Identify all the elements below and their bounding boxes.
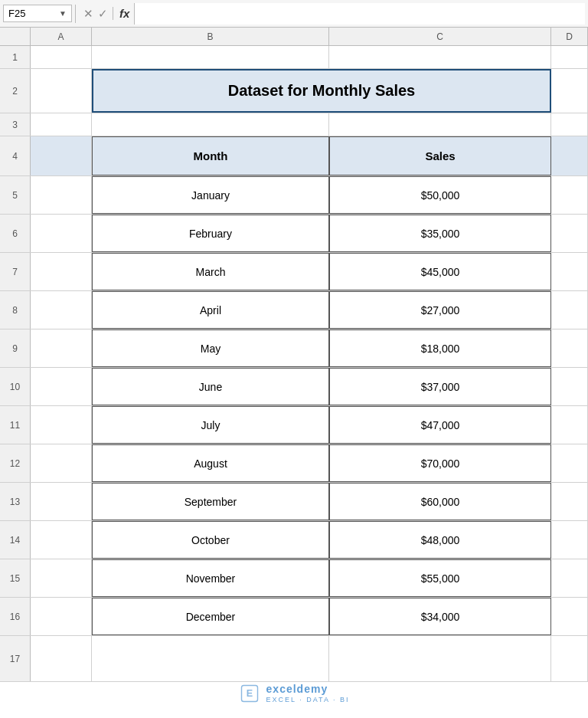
cell-a2[interactable]: [31, 69, 92, 113]
exceldemy-logo-icon: E: [239, 683, 260, 704]
cancel-icon[interactable]: ✕: [83, 7, 93, 21]
cell-a10[interactable]: [31, 368, 92, 405]
cell-d11[interactable]: [551, 406, 588, 444]
col-header-c[interactable]: C: [329, 28, 551, 45]
row-number: 7: [0, 253, 31, 290]
formula-bar: F25 ▼ ✕ ✓ fx: [0, 0, 588, 28]
cell-sales-8[interactable]: $60,000: [329, 483, 551, 520]
cell-a7[interactable]: [31, 253, 92, 290]
formula-input[interactable]: [134, 3, 585, 25]
table-row: 11 July $47,000: [0, 406, 588, 444]
cell-c3[interactable]: [329, 113, 551, 136]
cell-month-4[interactable]: May: [92, 329, 329, 367]
cell-d7[interactable]: [551, 253, 588, 290]
cell-month-1[interactable]: February: [92, 215, 329, 252]
row-number: 15: [0, 559, 31, 597]
table-row: 1: [0, 46, 588, 69]
cell-d8[interactable]: [551, 291, 588, 329]
cell-d1[interactable]: [551, 46, 588, 68]
cell-a9[interactable]: [31, 329, 92, 367]
cell-sales-0[interactable]: $50,000: [329, 176, 551, 214]
cell-a15[interactable]: [31, 559, 92, 597]
cell-month-6[interactable]: July: [92, 406, 329, 444]
cell-a16[interactable]: [31, 598, 92, 635]
sales-header: Sales: [329, 136, 551, 175]
cell-d17[interactable]: [551, 636, 588, 681]
table-row: 6 February $35,000: [0, 215, 588, 253]
cell-d9[interactable]: [551, 329, 588, 367]
table-row: 7 March $45,000: [0, 253, 588, 291]
row-number: 9: [0, 329, 31, 367]
row-number: 12: [0, 444, 31, 482]
table-row: 15 November $55,000: [0, 559, 588, 598]
cell-a17[interactable]: [31, 636, 92, 681]
row-number: 4: [0, 136, 31, 175]
cell-d14[interactable]: [551, 521, 588, 559]
cell-a5[interactable]: [31, 176, 92, 214]
cell-sales-5[interactable]: $37,000: [329, 368, 551, 405]
col-header-b[interactable]: B: [92, 28, 329, 45]
table-header-row: 4 Month Sales: [0, 136, 588, 176]
cell-sales-10[interactable]: $55,000: [329, 559, 551, 597]
cell-d10[interactable]: [551, 368, 588, 405]
cell-d6[interactable]: [551, 215, 588, 252]
cell-c17[interactable]: [329, 636, 551, 681]
cell-d4[interactable]: [551, 136, 588, 175]
cell-month-8[interactable]: September: [92, 483, 329, 520]
row-number: 16: [0, 598, 31, 635]
cell-d2[interactable]: [551, 69, 588, 113]
cell-d3[interactable]: [551, 113, 588, 136]
cell-a1[interactable]: [31, 46, 92, 68]
cell-month-9[interactable]: October: [92, 521, 329, 559]
table-row: 8 April $27,000: [0, 291, 588, 329]
svg-text:E: E: [246, 688, 252, 699]
cell-a3[interactable]: [31, 113, 92, 136]
month-header: Month: [92, 136, 329, 175]
cell-sales-9[interactable]: $48,000: [329, 521, 551, 559]
col-header-a[interactable]: A: [31, 28, 92, 45]
cell-sales-7[interactable]: $70,000: [329, 444, 551, 482]
cell-a13[interactable]: [31, 483, 92, 520]
row-number: 11: [0, 406, 31, 444]
cell-b3[interactable]: [92, 113, 329, 136]
cell-month-11[interactable]: December: [92, 598, 329, 635]
row-number: 3: [0, 113, 31, 136]
watermark: E exceldemy EXCEL · DATA · BI: [0, 683, 588, 704]
table-row: 9 May $18,000: [0, 329, 588, 368]
cell-b17[interactable]: [92, 636, 329, 681]
cell-a8[interactable]: [31, 291, 92, 329]
cell-c1[interactable]: [329, 46, 551, 68]
row-number: 2: [0, 69, 31, 113]
cell-sales-1[interactable]: $35,000: [329, 215, 551, 252]
cell-month-2[interactable]: March: [92, 253, 329, 290]
row-number: 1: [0, 46, 31, 68]
table-row: 3: [0, 113, 588, 136]
cell-month-7[interactable]: August: [92, 444, 329, 482]
confirm-icon[interactable]: ✓: [98, 7, 108, 21]
function-icon[interactable]: fx: [113, 7, 129, 20]
cell-reference-box[interactable]: F25 ▼: [3, 5, 72, 22]
cell-a12[interactable]: [31, 444, 92, 482]
cell-month-10[interactable]: November: [92, 559, 329, 597]
cell-sales-11[interactable]: $34,000: [329, 598, 551, 635]
col-header-d[interactable]: D: [551, 28, 588, 45]
cell-d16[interactable]: [551, 598, 588, 635]
cell-month-3[interactable]: April: [92, 291, 329, 329]
cell-sales-3[interactable]: $27,000: [329, 291, 551, 329]
cell-month-0[interactable]: January: [92, 176, 329, 214]
cell-b1[interactable]: [92, 46, 329, 68]
cell-sales-6[interactable]: $47,000: [329, 406, 551, 444]
cell-a11[interactable]: [31, 406, 92, 444]
cell-sales-2[interactable]: $45,000: [329, 253, 551, 290]
cell-sales-4[interactable]: $18,000: [329, 329, 551, 367]
formula-icons-group: ✕ ✓ fx: [79, 7, 134, 21]
cell-a6[interactable]: [31, 215, 92, 252]
cell-month-5[interactable]: June: [92, 368, 329, 405]
cell-a4[interactable]: [31, 136, 92, 175]
cell-d13[interactable]: [551, 483, 588, 520]
cell-d5[interactable]: [551, 176, 588, 214]
name-box-dropdown-icon[interactable]: ▼: [59, 9, 67, 18]
cell-d12[interactable]: [551, 444, 588, 482]
cell-a14[interactable]: [31, 521, 92, 559]
cell-d15[interactable]: [551, 559, 588, 597]
